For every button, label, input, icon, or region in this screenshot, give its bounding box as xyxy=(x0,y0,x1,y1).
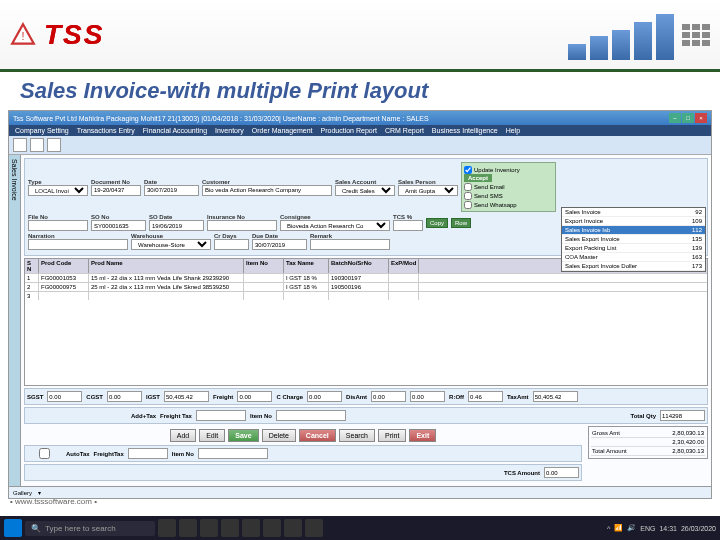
totalamt-value: 2,80,030.13 xyxy=(672,448,704,454)
system-tray[interactable]: ^ 📶 🔊 ENG 14:31 26/03/2020 xyxy=(607,524,716,532)
type-select[interactable]: LOCAL Invoice xyxy=(28,185,88,196)
row-button[interactable]: Row xyxy=(451,218,471,228)
cancel-button[interactable]: Cancel xyxy=(299,429,336,442)
autotax-checkbox[interactable] xyxy=(27,448,62,459)
dd-item-export-packing[interactable]: Export Packing List139 xyxy=(562,244,705,253)
menu-transactions[interactable]: Transactions Entry xyxy=(77,127,135,134)
send-email-checkbox[interactable] xyxy=(464,183,472,191)
warehouse-select[interactable]: Warehouse-Store xyxy=(131,239,211,250)
freighttax2-input[interactable] xyxy=(128,448,168,459)
taskbar-app-icon[interactable] xyxy=(284,519,302,537)
dd-item-coa-master[interactable]: COA Master163 xyxy=(562,253,705,262)
menu-inventory[interactable]: Inventory xyxy=(215,127,244,134)
tray-date: 26/03/2020 xyxy=(681,525,716,532)
chart-graphic xyxy=(568,10,674,60)
menu-bi[interactable]: Business Intelligence xyxy=(432,127,498,134)
taskbar-app-icon[interactable] xyxy=(158,519,176,537)
table-row[interactable]: 1FG0000105315 ml - 22 dia x 113 mm Veda … xyxy=(25,273,707,282)
tcs-input[interactable] xyxy=(393,220,423,231)
exit-button[interactable]: Exit xyxy=(409,429,436,442)
col-sn: S N xyxy=(25,259,39,273)
taskbar-app-icon[interactable] xyxy=(305,519,323,537)
table-row[interactable]: 2FG0000097525 ml - 22 dia x 113 mm Veda … xyxy=(25,282,707,291)
roff-value xyxy=(468,391,503,402)
dd-item-sales-invoice[interactable]: Sales Invoice92 xyxy=(562,208,705,217)
roff-label: R:Off xyxy=(449,394,464,400)
totalqty-value xyxy=(660,410,705,421)
tray-network-icon[interactable]: 📶 xyxy=(614,524,623,532)
sales-acct-select[interactable]: Credit Sales xyxy=(335,185,395,196)
update-inventory-label: Update Inventory xyxy=(474,167,520,173)
side-tab-sales-invoice[interactable]: Sales Invoice xyxy=(9,155,21,486)
dd-item-export-invoice[interactable]: Export Invoice109 xyxy=(562,217,705,226)
dd-item-sales-export-invoice[interactable]: Sales Export Invoice135 xyxy=(562,235,705,244)
toolbar-icon[interactable] xyxy=(30,138,44,152)
taskbar-search[interactable]: 🔍 Type here to search xyxy=(25,521,155,536)
toolbar-icon[interactable] xyxy=(47,138,61,152)
taskbar-app-icon[interactable] xyxy=(263,519,281,537)
consignee-select[interactable]: Bioveda Action Research Co xyxy=(280,220,390,231)
freight-value[interactable] xyxy=(237,391,272,402)
tray-lang[interactable]: ENG xyxy=(640,525,655,532)
itemno-input[interactable] xyxy=(276,410,346,421)
accept-panel: Update Inventory Accept Send Email Send … xyxy=(461,162,556,212)
menu-help[interactable]: Help xyxy=(506,127,520,134)
start-button[interactable] xyxy=(4,519,22,537)
taskbar-app-icon[interactable] xyxy=(221,519,239,537)
save-button[interactable]: Save xyxy=(228,429,258,442)
update-inventory-checkbox[interactable] xyxy=(464,166,472,174)
dd-item-sales-invoice-isb[interactable]: Sales Invoice Isb112 xyxy=(562,226,705,235)
docno-input[interactable] xyxy=(91,185,141,196)
menu-financial[interactable]: Financial Accounting xyxy=(143,127,207,134)
accept-button[interactable]: Accept xyxy=(464,174,492,182)
cess-value[interactable] xyxy=(410,391,445,402)
table-row[interactable]: 3 xyxy=(25,291,707,300)
edit-button[interactable]: Edit xyxy=(199,429,225,442)
close-button[interactable]: × xyxy=(695,113,707,123)
taskbar-app-icon[interactable] xyxy=(200,519,218,537)
disamt-label: DisAmt xyxy=(346,394,367,400)
slide-header: ! TSS xyxy=(0,0,720,72)
send-sms-label: Send SMS xyxy=(474,193,503,199)
customer-input[interactable] xyxy=(202,185,332,196)
chevron-down-icon[interactable]: ▾ xyxy=(38,489,41,496)
menu-order[interactable]: Order Management xyxy=(252,127,313,134)
freighttax-label: Freight Tax xyxy=(160,413,192,419)
tray-volume-icon[interactable]: 🔊 xyxy=(627,524,636,532)
menu-crm[interactable]: CRM Report xyxy=(385,127,424,134)
sodate-input[interactable] xyxy=(149,220,204,231)
crdays-input[interactable] xyxy=(214,239,249,250)
maximize-button[interactable]: □ xyxy=(682,113,694,123)
insurance-input[interactable] xyxy=(207,220,277,231)
sales-person-select[interactable]: Amit Gupta xyxy=(398,185,458,196)
taskbar-app-icon[interactable] xyxy=(242,519,260,537)
freighttax-input[interactable] xyxy=(196,410,246,421)
copy-button[interactable]: Copy xyxy=(426,218,448,228)
print-button[interactable]: Print xyxy=(378,429,406,442)
gallery-button[interactable]: Gallery xyxy=(13,490,32,496)
narration-input[interactable] xyxy=(28,239,128,250)
window-titlebar: Tss Software Pvt Ltd Mahidra Packaging M… xyxy=(9,111,711,125)
duedate-input[interactable] xyxy=(252,239,307,250)
taskbar-app-icon[interactable] xyxy=(179,519,197,537)
menu-production[interactable]: Production Report xyxy=(321,127,377,134)
fileno-input[interactable] xyxy=(28,220,88,231)
dd-item-sales-export-doller[interactable]: Sales Export Invoice Doller173 xyxy=(562,262,705,271)
minimize-button[interactable]: − xyxy=(669,113,681,123)
add-button[interactable]: Add xyxy=(170,429,196,442)
send-whatsapp-checkbox[interactable] xyxy=(464,201,472,209)
tax-totals-row: SGST CGST IGST Freight C Charge DisAmt R… xyxy=(24,388,708,405)
ccharge-value[interactable] xyxy=(307,391,342,402)
sono-input[interactable] xyxy=(91,220,146,231)
menu-company[interactable]: Company Setting xyxy=(15,127,69,134)
search-button[interactable]: Search xyxy=(339,429,375,442)
toolbar-icon[interactable] xyxy=(13,138,27,152)
delete-button[interactable]: Delete xyxy=(262,429,296,442)
itemno2-input[interactable] xyxy=(198,448,268,459)
remark-input[interactable] xyxy=(310,239,390,250)
action-buttons: Add Edit Save Delete Cancel Search Print… xyxy=(24,426,582,445)
disamt-value[interactable] xyxy=(371,391,406,402)
date-input[interactable] xyxy=(144,185,199,196)
tray-chevron-icon[interactable]: ^ xyxy=(607,525,610,532)
send-sms-checkbox[interactable] xyxy=(464,192,472,200)
